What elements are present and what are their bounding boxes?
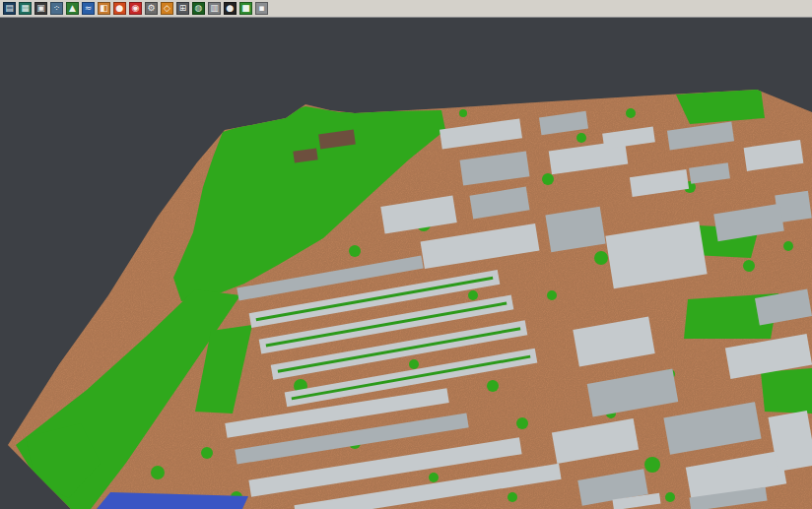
pointcloud-icon[interactable]: ⁘ [50,2,63,15]
viewport-3d[interactable] [0,18,812,509]
grid-icon[interactable]: ⊞ [176,2,189,15]
application-window: ▤▦▣⁘▲≈◧●◉⚙◇⊞◍▥●■▪ [0,0,812,509]
vegetation-icon[interactable]: ■ [239,2,252,15]
globe-icon[interactable]: ◍ [192,2,205,15]
palette-icon[interactable]: ◧ [98,2,110,15]
pointcloud-scene [0,18,812,509]
main-toolbar: ▤▦▣⁘▲≈◧●◉⚙◇⊞◍▥●■▪ [0,0,812,18]
classify-icon[interactable]: ● [113,2,126,15]
terrain-icon[interactable]: ▲ [66,2,79,15]
record-icon[interactable]: ◉ [129,2,142,15]
add-data-icon[interactable]: ▦ [19,2,32,15]
info-icon[interactable]: ▪ [255,2,268,15]
profile-icon[interactable]: ▣ [34,2,47,15]
sphere-icon[interactable]: ● [224,2,237,15]
panel-icon[interactable]: ▥ [208,2,221,15]
water-icon[interactable]: ≈ [82,2,95,15]
settings-icon[interactable]: ⚙ [145,2,158,15]
measure-icon[interactable]: ◇ [161,2,173,15]
layers-icon[interactable]: ▤ [3,2,16,15]
